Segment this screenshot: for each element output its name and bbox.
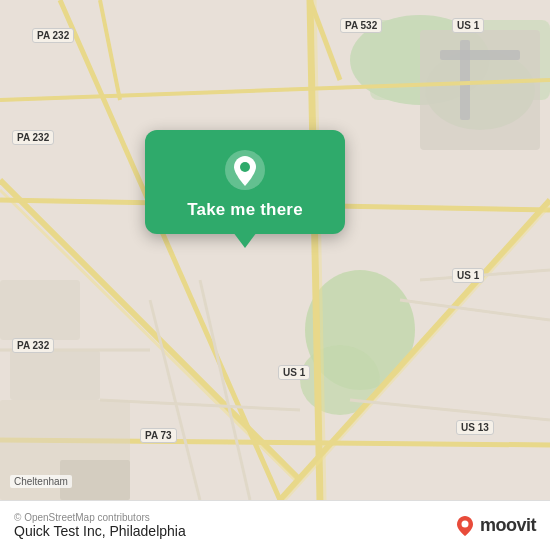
road-label-pa73: PA 73 (140, 428, 177, 443)
map-container: PA 232 PA 532 US 1 PA 232 US 1 PA 232 US… (0, 0, 550, 500)
location-pin-icon (223, 148, 267, 192)
road-label-us1-center: US 1 (278, 365, 310, 380)
take-me-there-popup[interactable]: Take me there (145, 130, 345, 234)
place-name: Quick Test Inc, Philadelphia (14, 523, 186, 539)
road-label-pa532: PA 532 (340, 18, 382, 33)
popup-label: Take me there (187, 200, 303, 220)
svg-point-33 (240, 162, 250, 172)
svg-rect-4 (420, 30, 540, 150)
moovit-text: moovit (480, 515, 536, 536)
road-label-us13: US 13 (456, 420, 494, 435)
road-label-us1-top: US 1 (452, 18, 484, 33)
svg-rect-10 (10, 350, 100, 400)
road-label-pa232-mid: PA 232 (12, 130, 54, 145)
bottom-info: © OpenStreetMap contributors Quick Test … (14, 512, 186, 539)
cheltenham-label: Cheltenham (10, 475, 72, 488)
svg-rect-9 (0, 280, 80, 340)
road-label-us1-right: US 1 (452, 268, 484, 283)
moovit-pin-icon (454, 515, 476, 537)
road-label-pa232-low: PA 232 (12, 338, 54, 353)
svg-point-34 (461, 520, 468, 527)
svg-rect-6 (460, 40, 470, 120)
bottom-bar: © OpenStreetMap contributors Quick Test … (0, 500, 550, 550)
moovit-logo[interactable]: moovit (454, 515, 536, 537)
road-label-pa232-top: PA 232 (32, 28, 74, 43)
copyright-text: © OpenStreetMap contributors (14, 512, 186, 523)
svg-rect-5 (440, 50, 520, 60)
